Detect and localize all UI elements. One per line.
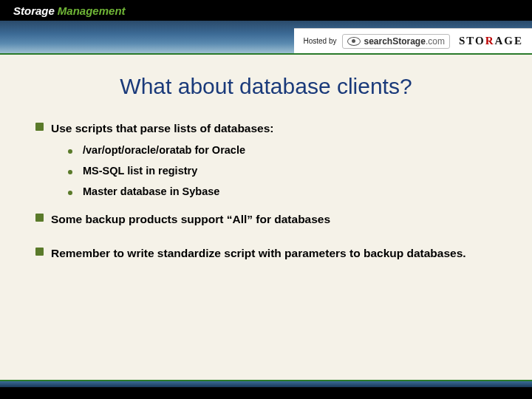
- hosted-by-row: Hosted by searchStorage.com STORAGE: [294, 28, 532, 53]
- brand-word-1: Storage: [13, 4, 55, 17]
- header-gradient: Hosted by searchStorage.com STORAGE: [0, 21, 532, 53]
- slide-content: Use scripts that parse lists of database…: [0, 120, 532, 262]
- square-bullet-icon: [35, 214, 44, 222]
- sub-bullet-list: /var/opt/oracle/oratab for Oracle MS-SQL…: [35, 144, 504, 197]
- footer-black-bar: [0, 387, 532, 399]
- slide-footer: [0, 380, 532, 399]
- bullet-l1: Remember to write standardize script wit…: [35, 245, 504, 262]
- bullet-text: Some backup products support “All” for d…: [51, 211, 330, 228]
- header-divider: [0, 53, 532, 55]
- bullet-text: Remember to write standardize script wit…: [51, 245, 466, 262]
- dot-bullet-icon: [68, 149, 72, 154]
- bullet-l2: MS-SQL list in registry: [35, 165, 504, 177]
- dot-bullet-icon: [68, 170, 72, 174]
- eye-icon: [347, 37, 361, 46]
- dot-bullet-icon: [68, 191, 72, 195]
- square-bullet-icon: [35, 248, 44, 256]
- brand-bar: Storage Management: [0, 0, 532, 21]
- bullet-l2: Master database in Sybase: [35, 185, 504, 197]
- hosted-by-label: Hosted by: [303, 37, 336, 45]
- bullet-text: MS-SQL list in registry: [83, 165, 197, 177]
- storage-magazine-logo: STORAGE: [456, 35, 526, 47]
- bullet-l2: /var/opt/oracle/oratab for Oracle: [35, 144, 504, 156]
- brand-word-2: Management: [58, 4, 126, 17]
- slide-title: What about database clients?: [0, 74, 532, 99]
- bullet-l1: Use scripts that parse lists of database…: [35, 120, 504, 137]
- square-bullet-icon: [35, 123, 44, 131]
- searchstorage-text: searchStorage.com: [364, 36, 444, 47]
- slide-header: Storage Management Hosted by searchStora…: [0, 0, 532, 53]
- searchstorage-logo: searchStorage.com: [342, 34, 449, 49]
- bullet-text: Master database in Sybase: [83, 185, 219, 197]
- bullet-text: /var/opt/oracle/oratab for Oracle: [83, 144, 245, 156]
- bullet-l1: Some backup products support “All” for d…: [35, 211, 504, 228]
- footer-blue-bar: [0, 381, 532, 387]
- bullet-text: Use scripts that parse lists of database…: [51, 120, 274, 137]
